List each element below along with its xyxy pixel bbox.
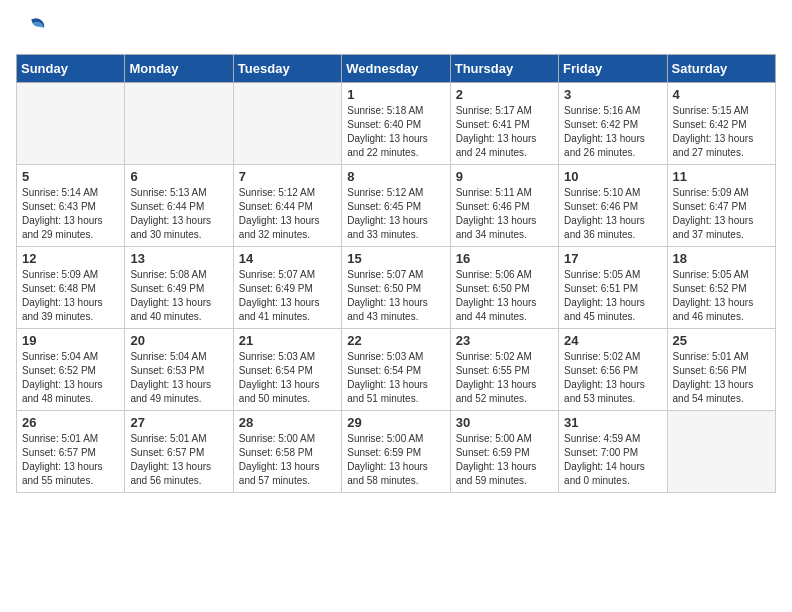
day-cell: 27Sunrise: 5:01 AM Sunset: 6:57 PM Dayli… <box>125 411 233 493</box>
day-number: 31 <box>564 415 661 430</box>
day-cell: 16Sunrise: 5:06 AM Sunset: 6:50 PM Dayli… <box>450 247 558 329</box>
day-cell: 11Sunrise: 5:09 AM Sunset: 6:47 PM Dayli… <box>667 165 775 247</box>
day-info: Sunrise: 5:04 AM Sunset: 6:53 PM Dayligh… <box>130 350 227 406</box>
day-number: 29 <box>347 415 444 430</box>
day-cell: 18Sunrise: 5:05 AM Sunset: 6:52 PM Dayli… <box>667 247 775 329</box>
day-cell: 17Sunrise: 5:05 AM Sunset: 6:51 PM Dayli… <box>559 247 667 329</box>
day-cell: 21Sunrise: 5:03 AM Sunset: 6:54 PM Dayli… <box>233 329 341 411</box>
header-friday: Friday <box>559 55 667 83</box>
day-cell <box>233 83 341 165</box>
day-info: Sunrise: 5:10 AM Sunset: 6:46 PM Dayligh… <box>564 186 661 242</box>
day-info: Sunrise: 5:06 AM Sunset: 6:50 PM Dayligh… <box>456 268 553 324</box>
day-info: Sunrise: 5:02 AM Sunset: 6:56 PM Dayligh… <box>564 350 661 406</box>
day-cell <box>17 83 125 165</box>
day-info: Sunrise: 5:12 AM Sunset: 6:45 PM Dayligh… <box>347 186 444 242</box>
day-number: 10 <box>564 169 661 184</box>
day-number: 1 <box>347 87 444 102</box>
day-number: 13 <box>130 251 227 266</box>
day-number: 15 <box>347 251 444 266</box>
day-info: Sunrise: 5:01 AM Sunset: 6:56 PM Dayligh… <box>673 350 770 406</box>
day-info: Sunrise: 5:03 AM Sunset: 6:54 PM Dayligh… <box>347 350 444 406</box>
day-info: Sunrise: 5:03 AM Sunset: 6:54 PM Dayligh… <box>239 350 336 406</box>
day-info: Sunrise: 5:15 AM Sunset: 6:42 PM Dayligh… <box>673 104 770 160</box>
day-cell: 14Sunrise: 5:07 AM Sunset: 6:49 PM Dayli… <box>233 247 341 329</box>
day-info: Sunrise: 5:00 AM Sunset: 6:59 PM Dayligh… <box>456 432 553 488</box>
day-number: 19 <box>22 333 119 348</box>
day-number: 2 <box>456 87 553 102</box>
day-number: 26 <box>22 415 119 430</box>
day-info: Sunrise: 5:08 AM Sunset: 6:49 PM Dayligh… <box>130 268 227 324</box>
day-info: Sunrise: 5:01 AM Sunset: 6:57 PM Dayligh… <box>22 432 119 488</box>
day-number: 3 <box>564 87 661 102</box>
day-number: 8 <box>347 169 444 184</box>
header-sunday: Sunday <box>17 55 125 83</box>
day-cell: 28Sunrise: 5:00 AM Sunset: 6:58 PM Dayli… <box>233 411 341 493</box>
day-info: Sunrise: 5:02 AM Sunset: 6:55 PM Dayligh… <box>456 350 553 406</box>
day-number: 23 <box>456 333 553 348</box>
header-saturday: Saturday <box>667 55 775 83</box>
day-number: 4 <box>673 87 770 102</box>
day-cell: 9Sunrise: 5:11 AM Sunset: 6:46 PM Daylig… <box>450 165 558 247</box>
day-cell: 20Sunrise: 5:04 AM Sunset: 6:53 PM Dayli… <box>125 329 233 411</box>
week-row-4: 19Sunrise: 5:04 AM Sunset: 6:52 PM Dayli… <box>17 329 776 411</box>
logo <box>16 16 48 44</box>
day-info: Sunrise: 5:05 AM Sunset: 6:52 PM Dayligh… <box>673 268 770 324</box>
day-cell: 6Sunrise: 5:13 AM Sunset: 6:44 PM Daylig… <box>125 165 233 247</box>
day-info: Sunrise: 5:00 AM Sunset: 6:59 PM Dayligh… <box>347 432 444 488</box>
day-cell <box>125 83 233 165</box>
day-info: Sunrise: 5:09 AM Sunset: 6:48 PM Dayligh… <box>22 268 119 324</box>
day-info: Sunrise: 5:11 AM Sunset: 6:46 PM Dayligh… <box>456 186 553 242</box>
calendar-header-row: SundayMondayTuesdayWednesdayThursdayFrid… <box>17 55 776 83</box>
header-tuesday: Tuesday <box>233 55 341 83</box>
week-row-1: 1Sunrise: 5:18 AM Sunset: 6:40 PM Daylig… <box>17 83 776 165</box>
day-cell: 22Sunrise: 5:03 AM Sunset: 6:54 PM Dayli… <box>342 329 450 411</box>
day-cell: 25Sunrise: 5:01 AM Sunset: 6:56 PM Dayli… <box>667 329 775 411</box>
day-info: Sunrise: 5:12 AM Sunset: 6:44 PM Dayligh… <box>239 186 336 242</box>
day-info: Sunrise: 5:07 AM Sunset: 6:50 PM Dayligh… <box>347 268 444 324</box>
week-row-5: 26Sunrise: 5:01 AM Sunset: 6:57 PM Dayli… <box>17 411 776 493</box>
week-row-2: 5Sunrise: 5:14 AM Sunset: 6:43 PM Daylig… <box>17 165 776 247</box>
day-info: Sunrise: 5:18 AM Sunset: 6:40 PM Dayligh… <box>347 104 444 160</box>
day-cell: 1Sunrise: 5:18 AM Sunset: 6:40 PM Daylig… <box>342 83 450 165</box>
day-number: 25 <box>673 333 770 348</box>
header-thursday: Thursday <box>450 55 558 83</box>
day-cell: 2Sunrise: 5:17 AM Sunset: 6:41 PM Daylig… <box>450 83 558 165</box>
day-info: Sunrise: 5:07 AM Sunset: 6:49 PM Dayligh… <box>239 268 336 324</box>
day-number: 5 <box>22 169 119 184</box>
day-cell: 31Sunrise: 4:59 AM Sunset: 7:00 PM Dayli… <box>559 411 667 493</box>
day-cell: 7Sunrise: 5:12 AM Sunset: 6:44 PM Daylig… <box>233 165 341 247</box>
day-info: Sunrise: 5:00 AM Sunset: 6:58 PM Dayligh… <box>239 432 336 488</box>
day-number: 30 <box>456 415 553 430</box>
day-cell: 13Sunrise: 5:08 AM Sunset: 6:49 PM Dayli… <box>125 247 233 329</box>
day-info: Sunrise: 5:04 AM Sunset: 6:52 PM Dayligh… <box>22 350 119 406</box>
day-cell: 3Sunrise: 5:16 AM Sunset: 6:42 PM Daylig… <box>559 83 667 165</box>
logo-bird-icon <box>18 14 48 44</box>
header-monday: Monday <box>125 55 233 83</box>
day-cell: 10Sunrise: 5:10 AM Sunset: 6:46 PM Dayli… <box>559 165 667 247</box>
day-cell <box>667 411 775 493</box>
week-row-3: 12Sunrise: 5:09 AM Sunset: 6:48 PM Dayli… <box>17 247 776 329</box>
day-number: 27 <box>130 415 227 430</box>
day-number: 22 <box>347 333 444 348</box>
day-cell: 23Sunrise: 5:02 AM Sunset: 6:55 PM Dayli… <box>450 329 558 411</box>
day-info: Sunrise: 5:05 AM Sunset: 6:51 PM Dayligh… <box>564 268 661 324</box>
day-number: 14 <box>239 251 336 266</box>
day-number: 7 <box>239 169 336 184</box>
day-number: 18 <box>673 251 770 266</box>
day-info: Sunrise: 5:16 AM Sunset: 6:42 PM Dayligh… <box>564 104 661 160</box>
day-number: 24 <box>564 333 661 348</box>
day-number: 28 <box>239 415 336 430</box>
day-cell: 15Sunrise: 5:07 AM Sunset: 6:50 PM Dayli… <box>342 247 450 329</box>
calendar-table: SundayMondayTuesdayWednesdayThursdayFrid… <box>16 54 776 493</box>
day-info: Sunrise: 5:01 AM Sunset: 6:57 PM Dayligh… <box>130 432 227 488</box>
day-cell: 24Sunrise: 5:02 AM Sunset: 6:56 PM Dayli… <box>559 329 667 411</box>
day-number: 21 <box>239 333 336 348</box>
day-number: 9 <box>456 169 553 184</box>
day-info: Sunrise: 5:17 AM Sunset: 6:41 PM Dayligh… <box>456 104 553 160</box>
day-info: Sunrise: 5:09 AM Sunset: 6:47 PM Dayligh… <box>673 186 770 242</box>
day-cell: 5Sunrise: 5:14 AM Sunset: 6:43 PM Daylig… <box>17 165 125 247</box>
day-number: 17 <box>564 251 661 266</box>
day-cell: 12Sunrise: 5:09 AM Sunset: 6:48 PM Dayli… <box>17 247 125 329</box>
day-cell: 4Sunrise: 5:15 AM Sunset: 6:42 PM Daylig… <box>667 83 775 165</box>
day-number: 16 <box>456 251 553 266</box>
